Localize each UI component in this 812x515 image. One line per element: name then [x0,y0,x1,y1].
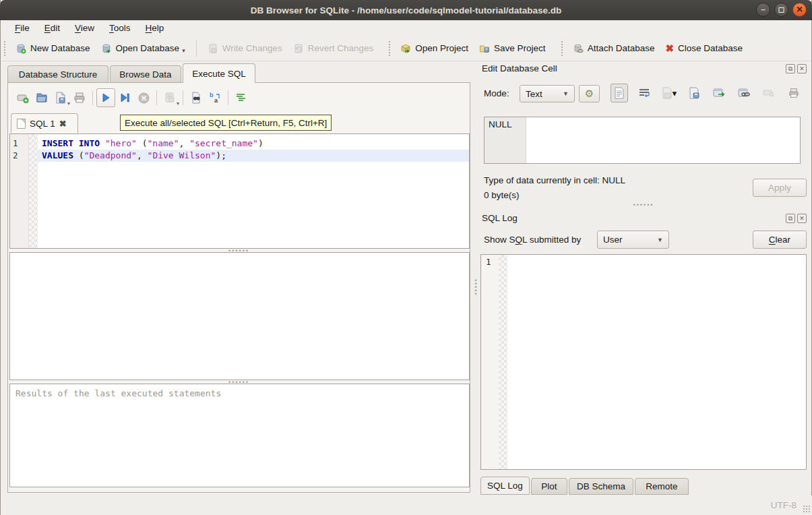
export-data-button[interactable] [685,84,703,102]
new-database-button[interactable]: New Database [10,40,96,57]
menu-edit[interactable]: Edit [37,22,67,35]
editor-code[interactable]: INSERT INTO "hero" ("name", "secret_name… [38,134,469,248]
open-database-button[interactable]: Open Database ▾ [96,40,191,57]
attach-database-icon [573,43,584,54]
close-database-button[interactable]: ✖ Close Database [660,40,748,57]
revert-changes-button[interactable]: Revert Changes [288,40,379,57]
chevron-down-icon[interactable]: ▾ [177,100,179,107]
log-gutter: 1 [481,255,499,469]
float-dock-icon[interactable]: ⧉ [786,214,795,223]
log-filter-select[interactable]: User ▼ [597,231,669,249]
tab-label: Execute SQL [192,69,246,79]
apply-label: Apply [768,183,791,193]
chevron-down-icon[interactable]: ▾ [182,47,185,54]
results-placeholder: Results of the last executed statements [15,388,221,398]
code-line[interactable]: VALUES ("Deadpond", "Dive Wilson"); [38,150,469,162]
print-cell-button[interactable] [785,84,803,102]
main-toolbar: New Database Open Database ▾ Write Chang… [1,36,811,61]
new-database-label: New Database [30,43,90,53]
format-sql-button[interactable] [232,88,251,107]
tab-execute-sql[interactable]: Execute SQL [183,63,255,83]
sql-toolbar: ▾ ▾ ba [9,86,468,110]
execute-sql-button[interactable] [96,88,115,107]
bottom-tab-remote[interactable]: Remote [635,478,689,495]
copy-url-button[interactable] [735,84,753,102]
revert-changes-label: Revert Changes [308,43,374,53]
bottom-tab-db-schema[interactable]: DB Schema [569,478,633,495]
app-window: DB Browser for SQLite - /home/user/code/… [0,0,812,515]
set-null-button[interactable] [760,84,778,102]
new-sql-tab-button[interactable] [13,88,32,107]
print-button[interactable] [70,88,89,107]
titlebar[interactable]: DB Browser for SQLite - /home/user/code/… [0,0,812,20]
save-sql-file-button[interactable]: ▾ [51,88,70,107]
close-icon[interactable]: ✕ [792,3,807,17]
apply-button[interactable]: Apply [753,179,807,197]
minimize-icon[interactable]: – [756,3,770,17]
maximize-icon[interactable]: ◻ [774,3,788,17]
execute-current-line-button[interactable] [115,88,134,107]
bottom-tab-sql-log[interactable]: SQL Log [480,477,530,495]
revert-changes-icon [293,43,304,54]
sql-log-view[interactable]: 1 [480,254,807,470]
toolbar-grip[interactable] [561,40,564,57]
toolbar-grip[interactable] [3,40,7,57]
bottom-tab-plot[interactable]: Plot [531,478,567,495]
dock-buttons: ⧉ ✕ [786,214,807,223]
code-line[interactable]: INSERT INTO "hero" ("name", "secret_name… [38,138,469,150]
vertical-splitter-handle[interactable]: ••••• [472,82,479,493]
text-document-button[interactable] [611,84,628,102]
menu-view[interactable]: View [67,22,102,35]
stop-button[interactable] [134,88,153,107]
toolbar-grip[interactable] [388,40,392,57]
close-database-icon: ✖ [665,43,674,54]
close-dock-icon[interactable]: ✕ [797,64,807,73]
save-project-button[interactable]: Save Project [474,40,551,57]
open-sql-file-button[interactable] [32,88,51,107]
mode-value: Text [526,89,542,99]
save-project-label: Save Project [494,43,546,53]
tab-browse-data[interactable]: Browse Data [110,65,181,82]
toolbar-separator [156,90,157,105]
clear-log-button[interactable]: Clear [753,231,807,249]
log-text-area[interactable] [507,255,806,469]
menu-tools[interactable]: Tools [102,22,138,35]
encoding-indicator[interactable]: UTF-8 [771,500,797,510]
mode-label: Mode: [484,88,509,98]
open-project-button[interactable]: Open Project [395,40,474,57]
write-changes-icon [208,43,218,54]
mode-select[interactable]: Text ▼ [520,85,575,102]
resize-grip[interactable] [803,505,811,513]
cell-size-info: 0 byte(s) [484,190,520,200]
write-changes-label: Write Changes [222,43,282,53]
results-grid-pane[interactable] [9,252,470,380]
tab-label: Remote [646,481,677,491]
results-output-pane[interactable]: Results of the last executed statements [9,384,470,487]
find-button[interactable] [187,88,206,107]
close-tab-icon[interactable]: ✖ [59,119,67,129]
toolbar-separator [92,90,93,105]
menu-file[interactable]: File [7,22,37,35]
document-icon [17,119,26,129]
cell-value-editor[interactable]: NULL [484,117,801,164]
sql-editor[interactable]: 12 INSERT INTO "hero" ("name", "secret_n… [9,133,470,249]
splitter-handle[interactable]: •••••• [480,203,807,206]
sql-document-tab[interactable]: SQL 1 ✖ [11,113,78,133]
cell-text-area[interactable] [526,117,800,163]
tab-database-structure[interactable]: Database Structure [7,65,108,82]
float-dock-icon[interactable]: ⧉ [786,64,795,73]
import-data-button[interactable]: ▾ [660,84,678,102]
menu-help[interactable]: Help [138,22,172,35]
edit-cell-dock-title: Edit Database Cell [482,63,557,73]
replace-button[interactable]: ba [206,88,224,107]
attach-database-button[interactable]: Attach Database [567,40,660,57]
word-wrap-button[interactable] [635,84,653,102]
close-database-label: Close Database [678,43,743,53]
close-dock-icon[interactable]: ✕ [797,214,807,223]
save-results-button[interactable]: ▾ [160,88,179,107]
auto-switch-mode-button[interactable]: ⚙ [579,85,600,102]
write-changes-button[interactable]: Write Changes [202,40,288,57]
attach-database-label: Attach Database [588,43,655,53]
chevron-down-icon: ▼ [657,237,663,243]
open-in-external-app-button[interactable] [710,84,728,102]
